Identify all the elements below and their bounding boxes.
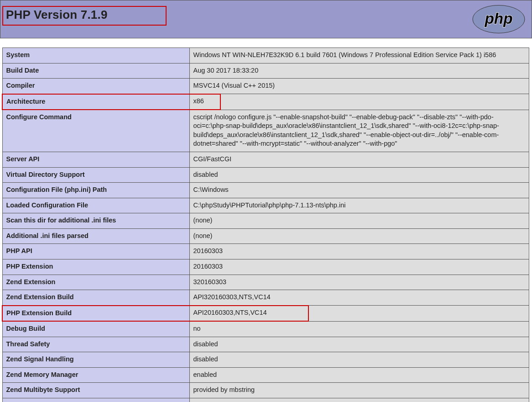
row-key: Thread Safety: [2, 337, 189, 352]
row-value: disabled: [189, 352, 529, 368]
row-value: MSVC14 (Visual C++ 2015): [189, 79, 529, 94]
row-key: Zend Extension Build: [2, 290, 189, 306]
table-row: Configuration File (php.ini) PathC:\Wind…: [2, 183, 529, 198]
row-key: IPv6 Support: [2, 398, 189, 402]
row-key: Zend Extension: [2, 275, 189, 290]
table-row: Loaded Configuration FileC:\phpStudy\PHP…: [2, 198, 529, 213]
row-key: Build Date: [2, 63, 189, 79]
table-row: Build DateAug 30 2017 18:33:20: [2, 63, 529, 79]
row-key: Virtual Directory Support: [2, 167, 189, 183]
table-row: Thread Safetydisabled: [2, 337, 529, 352]
row-key: Additional .ini files parsed: [2, 228, 189, 244]
phpinfo-header: PHP Version 7.1.9 php: [0, 0, 532, 38]
row-value: (none): [189, 213, 529, 229]
row-value: C:\Windows: [189, 183, 529, 198]
row-key: Compiler: [2, 79, 189, 94]
row-key: Debug Build: [2, 321, 189, 337]
row-key: Zend Signal Handling: [2, 352, 189, 368]
row-value: (none): [189, 228, 529, 244]
row-key: Architecture: [2, 94, 189, 110]
row-value: Windows NT WIN-NLEH7E32K9D 6.1 build 760…: [189, 48, 529, 63]
table-row: Virtual Directory Supportdisabled: [2, 167, 529, 183]
table-row: Zend Extension320160303: [2, 275, 529, 290]
row-key: Configuration File (php.ini) Path: [2, 183, 189, 198]
table-row: Server APICGI/FastCGI: [2, 152, 529, 168]
row-key: Zend Multibyte Support: [2, 383, 189, 398]
row-value: 20160303: [189, 244, 529, 259]
row-key: Zend Memory Manager: [2, 367, 189, 383]
table-row: PHP Extension BuildAPI20160303,NTS,VC14: [2, 306, 529, 322]
row-value: CGI/FastCGI: [189, 152, 529, 168]
row-value: Aug 30 2017 18:33:20: [189, 63, 529, 79]
row-value: C:\phpStudy\PHPTutorial\php\php-7.1.13-n…: [189, 198, 529, 213]
row-key: Server API: [2, 152, 189, 168]
table-row: Additional .ini files parsed(none): [2, 228, 529, 244]
row-value: disabled: [189, 337, 529, 352]
table-row: Zend Extension BuildAPI320160303,NTS,VC1…: [2, 290, 529, 306]
row-value: 20160303: [189, 259, 529, 275]
page-title: PHP Version 7.1.9: [6, 8, 162, 22]
table-row: PHP API20160303: [2, 244, 529, 259]
table-row: IPv6 Supportenabled: [2, 398, 529, 402]
table-row: PHP Extension20160303: [2, 259, 529, 275]
table-row: CompilerMSVC14 (Visual C++ 2015): [2, 79, 529, 94]
row-value: API320160303,NTS,VC14: [189, 290, 529, 306]
row-key: System: [2, 48, 189, 63]
row-key: Configure Command: [2, 110, 189, 152]
row-key: Scan this dir for additional .ini files: [2, 213, 189, 229]
table-row: Configure Commandcscript /nologo configu…: [2, 110, 529, 152]
phpinfo-table: SystemWindows NT WIN-NLEH7E32K9D 6.1 bui…: [2, 48, 529, 402]
table-row: Debug Buildno: [2, 321, 529, 337]
table-row: Scan this dir for additional .ini files(…: [2, 213, 529, 229]
row-value: enabled: [189, 398, 529, 402]
table-row: Architecturex86: [2, 94, 529, 110]
row-key: PHP Extension Build: [2, 306, 189, 322]
row-value: 320160303: [189, 275, 529, 290]
row-key: Loaded Configuration File: [2, 198, 189, 213]
title-highlight-box: PHP Version 7.1.9: [2, 6, 167, 26]
svg-text:php: php: [484, 10, 512, 27]
row-key: PHP API: [2, 244, 189, 259]
row-value: no: [189, 321, 529, 337]
table-row: Zend Memory Managerenabled: [2, 367, 529, 383]
table-row: Zend Multibyte Supportprovided by mbstri…: [2, 383, 529, 398]
row-key: PHP Extension: [2, 259, 189, 275]
row-value: provided by mbstring: [189, 383, 529, 398]
row-value: cscript /nologo configure.js "--enable-s…: [189, 110, 529, 152]
php-logo: php: [471, 4, 526, 34]
row-value: enabled: [189, 367, 529, 383]
row-value: disabled: [189, 167, 529, 183]
table-row: Zend Signal Handlingdisabled: [2, 352, 529, 368]
row-value: API20160303,NTS,VC14: [189, 306, 529, 322]
table-row: SystemWindows NT WIN-NLEH7E32K9D 6.1 bui…: [2, 48, 529, 63]
row-value: x86: [189, 94, 529, 110]
